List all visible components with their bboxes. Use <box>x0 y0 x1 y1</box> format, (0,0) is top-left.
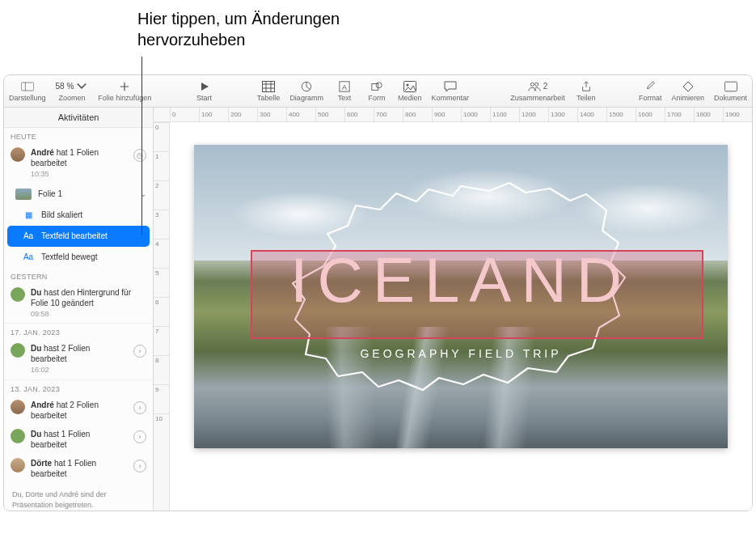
brush-icon <box>644 81 657 92</box>
joined-note: Du, Dörte und André sind der Präsentatio… <box>4 483 153 511</box>
text-icon: Aa <box>22 231 35 241</box>
format-label: Format <box>639 94 662 102</box>
activity-text: Dörte hat 1 Folien bearbeitet <box>31 458 128 479</box>
change-label: Textfeld bewegt <box>41 252 98 261</box>
slide-expand-row[interactable]: Folie 1 ⌄ <box>4 184 153 205</box>
sidebar-icon <box>21 81 34 92</box>
format-button[interactable]: Format <box>634 78 667 104</box>
media-icon <box>403 81 416 92</box>
document-label: Dokument <box>714 94 747 102</box>
zoom-control[interactable]: 58 % Zoomen <box>51 78 94 104</box>
change-textfield-moved[interactable]: Aa Textfeld bewegt <box>4 247 153 268</box>
callout-line1: Hier tippen, um Änderungen <box>137 10 340 28</box>
play-icon <box>198 81 211 92</box>
section-today: HEUTE <box>4 128 153 143</box>
change-label: Bild skaliert <box>41 210 82 219</box>
zoom-label: Zoomen <box>58 94 85 102</box>
history-badge-icon[interactable]: ◷ <box>133 149 146 162</box>
svg-text:A: A <box>342 83 347 91</box>
ruler-vertical: 012345678910 <box>154 122 170 511</box>
activity-item-you-1[interactable]: Du hast 1 Folien bearbeitet › <box>4 425 153 454</box>
shape-label: Form <box>368 94 385 102</box>
play-button[interactable]: Start <box>188 78 221 104</box>
activity-text: Du hast 1 Folien bearbeitet <box>31 429 128 450</box>
collab-label: Zusammenarbeit <box>510 94 565 102</box>
avatar <box>11 458 25 473</box>
info-badge-icon[interactable]: › <box>133 460 146 473</box>
table-icon <box>262 81 275 92</box>
animate-label: Animieren <box>671 94 704 102</box>
media-label: Medien <box>398 94 422 102</box>
slide-title[interactable]: ICELAND <box>194 244 728 317</box>
document-button[interactable]: Dokument <box>709 78 752 104</box>
comment-button[interactable]: Kommentar <box>426 78 474 104</box>
diamond-icon <box>682 81 695 92</box>
text-label: Text <box>338 94 352 102</box>
slide-thumbnail <box>15 189 32 200</box>
share-icon <box>580 81 593 92</box>
play-label: Start <box>196 94 212 102</box>
animate-button[interactable]: Animieren <box>666 78 709 104</box>
activity-time: 16:02 <box>31 366 49 374</box>
share-label: Teilen <box>577 94 596 102</box>
add-slide-label: Folie hinzufügen <box>98 94 151 102</box>
activity-text: André hat 1 Folien bearbeitet 10:35 <box>31 147 128 180</box>
sidebar-title: Aktivitäten <box>4 108 153 128</box>
section-yesterday: GESTERN <box>4 268 153 283</box>
table-label: Tabelle <box>257 94 281 102</box>
activity-time: 10:35 <box>31 170 49 178</box>
svg-point-14 <box>530 83 534 86</box>
slide-subtitle[interactable]: GEOGRAPHY FIELD TRIP <box>194 347 728 360</box>
change-label: Textfeld bearbeitet <box>41 231 108 240</box>
add-slide-button[interactable]: Folie hinzufügen <box>93 78 156 104</box>
media-button[interactable]: Medien <box>393 78 427 104</box>
shape-button[interactable]: Form <box>361 78 393 104</box>
slide-stage[interactable]: ICELAND GEOGRAPHY FIELD TRIP <box>170 122 752 511</box>
svg-rect-16 <box>724 82 737 91</box>
info-badge-icon[interactable]: › <box>133 401 146 414</box>
view-label: Darstellung <box>9 94 46 102</box>
svg-point-11 <box>376 82 382 87</box>
app-window: Darstellung 58 % Zoomen Folie hinzufügen… <box>3 74 753 511</box>
collaborate-button[interactable]: 2 Zusammenarbeit <box>505 78 570 104</box>
avatar <box>11 287 25 302</box>
view-button[interactable]: Darstellung <box>4 78 51 104</box>
canvas-area: 0100200300400500600700800900100011001200… <box>154 108 752 511</box>
text-button[interactable]: A Text <box>328 78 361 104</box>
section-jan17: 17. JAN. 2023 <box>4 323 153 339</box>
activity-item-andre-2[interactable]: André hat 2 Folien bearbeitet › <box>4 396 153 425</box>
table-button[interactable]: Tabelle <box>252 78 285 104</box>
image-icon: ▦ <box>22 210 35 220</box>
info-badge-icon[interactable]: › <box>133 345 146 358</box>
avatar <box>11 147 25 162</box>
info-badge-icon[interactable]: › <box>133 430 146 443</box>
change-textfield-edited[interactable]: Aa Textfeld bearbeitet <box>7 226 150 247</box>
shape-icon <box>370 81 383 92</box>
change-image-scaled[interactable]: ▦ Bild skaliert <box>4 205 153 226</box>
chart-button[interactable]: Diagramm <box>285 78 328 104</box>
activity-item-doerte[interactable]: Dörte hat 1 Folien bearbeitet › <box>4 454 153 483</box>
share-button[interactable]: Teilen <box>570 78 602 104</box>
document-icon <box>724 81 737 92</box>
avatar <box>11 343 25 358</box>
comment-icon <box>444 81 457 92</box>
chart-label: Diagramm <box>289 94 323 102</box>
activity-item-you-2slides[interactable]: Du hast 2 Folien bearbeitet 16:02 › <box>4 339 153 379</box>
activity-item-andre[interactable]: André hat 1 Folien bearbeitet 10:35 ◷ <box>4 143 153 184</box>
collab-count: 2 <box>543 82 548 91</box>
activity-item-you-bg[interactable]: Du hast den Hintergrund für Folie 10 geä… <box>4 283 153 324</box>
text-icon: Aa <box>22 252 35 262</box>
svg-point-13 <box>406 83 408 86</box>
svg-point-15 <box>534 83 538 86</box>
slide[interactable]: ICELAND GEOGRAPHY FIELD TRIP <box>194 145 728 448</box>
chart-icon <box>300 81 313 92</box>
activity-time: 09:58 <box>31 310 49 318</box>
callout-leader-line <box>141 57 142 235</box>
text-icon: A <box>338 81 351 92</box>
plus-icon <box>118 81 131 92</box>
svg-rect-10 <box>372 83 378 90</box>
avatar <box>11 400 25 414</box>
chevron-down-icon <box>75 81 88 92</box>
svg-rect-0 <box>21 83 33 91</box>
svg-rect-2 <box>263 81 275 91</box>
